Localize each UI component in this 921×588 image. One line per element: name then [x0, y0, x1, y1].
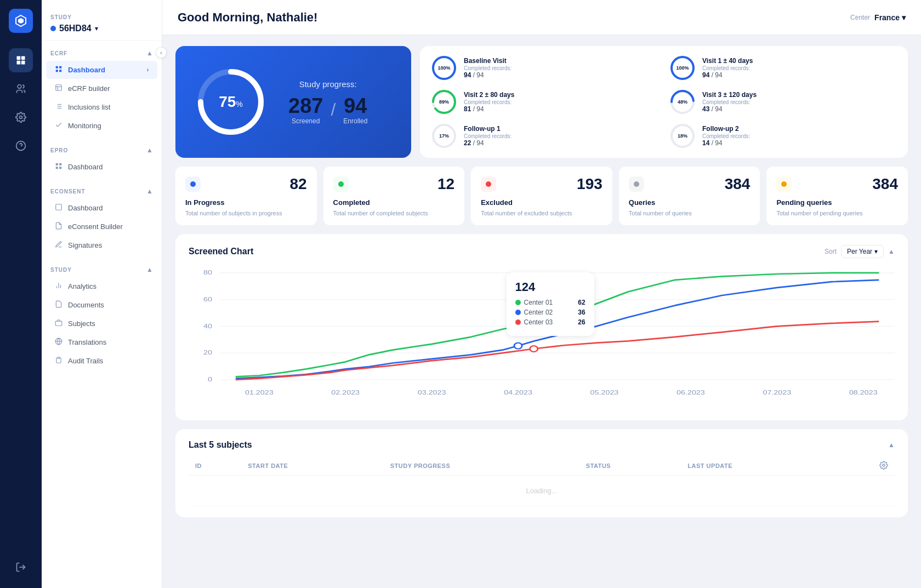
ecrf-builder-label: eCRF builder	[68, 84, 110, 93]
stat-color-dot	[185, 176, 201, 192]
chart-collapse-button[interactable]: ▲	[888, 248, 895, 255]
study-progress-card: 75% Study progress: 287 Screened / 94 En…	[175, 46, 411, 158]
sidebar-item-signatures[interactable]: Signatures	[46, 236, 157, 254]
stat-card-top: 193	[481, 175, 602, 193]
visits-grid: 100% Baseline Visit Completed records: 9…	[431, 55, 897, 149]
study-name-selector[interactable]: STUDY	[50, 14, 153, 20]
study-toggle-icon[interactable]: ▲	[146, 266, 153, 273]
subjects-collapse-button[interactable]: ▲	[888, 441, 895, 449]
stat-card: 82 In Progress Total number of subjects …	[175, 167, 317, 225]
last-subjects-card: Last 5 subjects ▲ ID START DATE STUDY PR…	[175, 429, 908, 517]
stat-title: Excluded	[481, 198, 602, 207]
stat-card: 384 Pending queries Total number of pend…	[766, 167, 908, 225]
center02-value: 36	[578, 309, 585, 316]
sidebar-item-econsent-dashboard[interactable]: Dashboard	[46, 199, 157, 217]
signatures-label: Signatures	[68, 241, 102, 249]
svg-point-53	[634, 181, 639, 187]
center03-value: 26	[578, 318, 585, 326]
sidebar-item-inclusions[interactable]: Inclusions list	[46, 98, 157, 116]
arrow-icon: ›	[147, 67, 149, 73]
stat-title: Pending queries	[776, 198, 898, 207]
stat-card: 384 Queries Total number of queries	[619, 167, 760, 225]
stat-title: Queries	[629, 198, 751, 207]
topbar-right: Center France ▾	[850, 13, 906, 22]
stat-number: 12	[437, 175, 454, 193]
audit-trails-label: Audit Trails	[68, 357, 103, 365]
sidebar-collapse-button[interactable]: ‹	[156, 47, 167, 58]
nav-users-icon[interactable]	[9, 77, 33, 101]
sidebar-section-epro: ePRO ▲ Dashboard	[42, 138, 162, 179]
col-settings[interactable]	[836, 456, 895, 476]
table-header-row: ID START DATE STUDY PROGRESS STATUS LAST…	[189, 456, 895, 476]
analytics-label: Analytics	[68, 282, 96, 290]
svg-text:08.2023: 08.2023	[849, 390, 878, 396]
sidebar-item-econsent-builder[interactable]: eConsent Builder	[46, 218, 157, 236]
nav-ecrf-icon[interactable]	[9, 48, 33, 72]
stat-color-dot	[629, 176, 644, 192]
econsent-toggle-icon[interactable]: ▲	[146, 187, 153, 195]
svg-rect-12	[59, 66, 61, 68]
stat-subtitle: Total number of excluded subjects	[481, 210, 602, 216]
svg-point-6	[18, 85, 21, 89]
sort-select[interactable]: Per Year ▾	[841, 245, 884, 258]
svg-marker-1	[18, 18, 24, 24]
center03-name: Center 03	[524, 318, 553, 326]
col-study-progress: STUDY PROGRESS	[384, 456, 579, 476]
stat-subtitle: Total number of pending queries	[776, 210, 898, 216]
country-chevron-icon: ▾	[902, 13, 906, 22]
sidebar: STUDY 56HD84 ▾ eCRF ▲ Dashboard › eCRF b…	[42, 0, 162, 588]
visit-sub: Completed records:	[464, 65, 511, 71]
visit-percent: 100%	[437, 65, 450, 71]
progress-divider: /	[331, 100, 336, 120]
sidebar-item-ecrf-builder[interactable]: eCRF builder	[46, 79, 157, 98]
enrolled-label: Enrolled	[343, 117, 367, 125]
sidebar-item-subjects[interactable]: Subjects	[46, 315, 157, 333]
study-label: STUDY	[50, 14, 72, 20]
study-name[interactable]: 56HD84 ▾	[50, 24, 153, 33]
econsent-section-header: eConsent ▲	[42, 185, 162, 198]
svg-rect-24	[56, 163, 58, 165]
stat-subtitle: Total number of completed subjects	[333, 210, 455, 216]
progress-circle: 75%	[195, 66, 266, 138]
svg-text:80: 80	[203, 270, 212, 276]
nav-help-icon[interactable]	[9, 134, 33, 158]
page-title: Good Morning, Nathalie!	[178, 10, 317, 25]
sidebar-item-dashboard-ecrf[interactable]: Dashboard ›	[46, 61, 157, 79]
svg-text:03.2023: 03.2023	[418, 390, 446, 396]
chart-title: Screened Chart	[189, 247, 253, 256]
logout-icon[interactable]	[9, 555, 33, 579]
enrolled-stat: 94 Enrolled	[343, 95, 367, 125]
monitoring-label: Monitoring	[68, 122, 101, 130]
epro-section-title: ePRO	[50, 147, 68, 153]
sidebar-item-translations[interactable]: Translations	[46, 333, 157, 351]
stat-card-top: 384	[629, 175, 751, 193]
ecrf-toggle-icon[interactable]: ▲	[146, 49, 153, 57]
chart-area: 0 20 40 60 80 01.2023 02.2023 03.2023 04…	[189, 267, 895, 409]
country-selector[interactable]: France ▾	[874, 13, 906, 22]
visit-name: Visit 1 ± 40 days	[702, 57, 753, 65]
svg-rect-14	[59, 70, 61, 72]
visit-info: Follow-up 1 Completed records: 22 / 94	[464, 125, 511, 147]
sidebar-item-analytics[interactable]: Analytics	[46, 277, 157, 295]
svg-text:40: 40	[203, 323, 212, 329]
study-chevron-icon: ▾	[95, 25, 98, 32]
progress-label: Study progress:	[288, 79, 367, 89]
visit-name: Follow-up 2	[702, 125, 750, 133]
visit-nums: 22 / 94	[464, 139, 511, 147]
documents-icon	[55, 300, 62, 310]
visit-info: Baseline Visit Completed records: 94 / 9…	[464, 57, 511, 79]
sidebar-item-audit-trails[interactable]: Audit Trails	[46, 352, 157, 370]
sidebar-item-monitoring[interactable]: Monitoring	[46, 117, 157, 135]
visit-percent: 100%	[676, 65, 689, 71]
sidebar-item-epro-dashboard[interactable]: Dashboard	[46, 158, 157, 176]
visit-nums: 94 / 94	[464, 71, 511, 79]
svg-text:02.2023: 02.2023	[331, 390, 360, 396]
visit-item: 100% Baseline Visit Completed records: 9…	[431, 55, 658, 81]
visits-card: 100% Baseline Visit Completed records: 9…	[420, 46, 908, 158]
epro-toggle-icon[interactable]: ▲	[146, 146, 153, 154]
visit-info: Follow-up 2 Completed records: 14 / 94	[702, 125, 750, 147]
icon-rail	[0, 0, 42, 588]
nav-settings-icon[interactable]	[9, 105, 33, 129]
sidebar-item-documents[interactable]: Documents	[46, 296, 157, 314]
study-section-header: Study ▲	[42, 264, 162, 277]
